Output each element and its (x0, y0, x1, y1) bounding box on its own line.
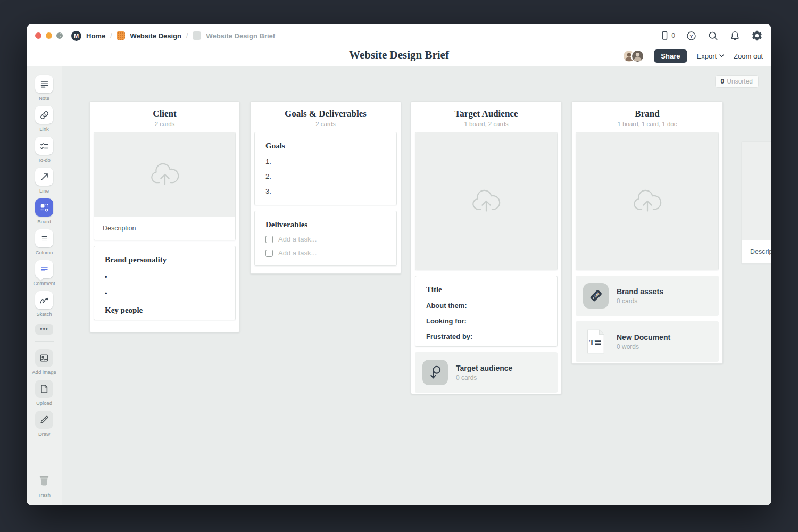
field-label: Looking for: (426, 317, 546, 325)
subboard-title: Target audience (456, 364, 512, 372)
image-card[interactable] (576, 132, 719, 270)
svg-text:T: T (589, 338, 595, 347)
board-subtitle: 2 cards (95, 121, 234, 127)
upload-file-icon (35, 380, 53, 398)
breadcrumb-website-design[interactable]: Website Design (130, 32, 181, 40)
breadcrumb-home[interactable]: Home (86, 32, 105, 40)
avatar[interactable] (631, 49, 644, 63)
tool-column[interactable]: Column (35, 229, 53, 255)
document-new-document[interactable]: T New Document 0 words (576, 321, 719, 362)
note-heading: Goals (265, 142, 386, 151)
tool-link[interactable]: Link (35, 106, 53, 132)
board-title: Brand (577, 109, 717, 119)
tool-add-image[interactable]: Add image (32, 349, 56, 375)
board-icon-website-design[interactable] (117, 31, 125, 40)
arrow-line-icon (35, 168, 53, 186)
tool-sketch[interactable]: Sketch (35, 291, 53, 317)
zoom-out-button[interactable]: Zoom out (734, 52, 763, 60)
board-target-audience[interactable]: Target Audience 1 board, 2 cards Title A… (411, 101, 562, 394)
board-title: Target Audience (417, 109, 556, 119)
notifications-bell-icon[interactable] (729, 30, 741, 41)
board-title: Goals & Deliverables (256, 109, 395, 119)
unsorted-badge[interactable]: 0 Unsorted (715, 75, 759, 88)
field-label: About them: (426, 302, 546, 310)
comment-icon (35, 260, 53, 278)
export-label: Export (697, 52, 717, 60)
minimize-window-button[interactable] (46, 32, 52, 39)
export-button[interactable]: Export (697, 52, 725, 60)
breadcrumb: M Home / Website Design / Website Design… (71, 31, 659, 41)
image-placeholder (576, 132, 718, 270)
trash[interactable]: Trash (36, 472, 52, 498)
tool-comment[interactable]: Comment (33, 260, 55, 286)
board-goals-deliverables[interactable]: Goals & Deliverables 2 cards Goals 1. 2.… (250, 101, 401, 274)
todo-checklist-icon (35, 137, 53, 155)
cloud-upload-icon (148, 162, 181, 187)
tool-board[interactable]: Board (35, 198, 53, 225)
column-icon (35, 229, 53, 247)
task-placeholder[interactable]: Add a task... (278, 249, 317, 257)
numbered-item: 2. (265, 172, 386, 180)
share-button[interactable]: Share (654, 49, 687, 63)
todo-task-row: Add a task... (265, 235, 386, 243)
board-subtitle: 2 cards (256, 121, 395, 127)
more-tools-button[interactable]: ••• (35, 324, 53, 335)
note-card-deliverables[interactable]: Deliverables Add a task... Add a task... (254, 211, 397, 266)
note-heading: Brand personality (105, 255, 225, 264)
subboard-brand-assets[interactable]: NW Brand assets 0 cards (576, 276, 719, 316)
image-placeholder (742, 142, 771, 240)
breadcrumb-website-design-brief[interactable]: Website Design Brief (206, 32, 275, 40)
subboard-meta: 0 cards (617, 297, 663, 305)
tool-line[interactable]: Line (35, 168, 53, 194)
sketch-pen-icon (35, 291, 53, 309)
image-card-partial[interactable]: Description (741, 141, 771, 264)
board-canvas[interactable]: 0 Unsorted Client 2 cards Description Br… (62, 66, 771, 505)
note-card-goals[interactable]: Goals 1. 2. 3. (254, 132, 397, 205)
subboard-meta: 0 cards (456, 374, 512, 381)
document-meta: 0 words (617, 343, 670, 351)
sidebar-divider (35, 341, 54, 342)
tool-draw[interactable]: Draw (35, 411, 53, 437)
board-title: Client (95, 109, 234, 119)
bullet-item: • (105, 273, 225, 281)
titlebar-actions: 0 ? (659, 30, 763, 41)
device-count: 0 (671, 32, 675, 39)
note-card-brand-personality[interactable]: Brand personality • • Key people (94, 246, 236, 320)
search-icon[interactable] (708, 30, 719, 41)
header-toolbar: Website Design Brief Share Export Zoom o… (27, 47, 771, 66)
document-icon: T (583, 329, 609, 354)
settings-gear-icon[interactable] (751, 30, 763, 41)
board-arrow-icon (422, 360, 448, 385)
note-heading: Title (426, 285, 546, 294)
board-client[interactable]: Client 2 cards Description Brand persona… (89, 101, 240, 332)
task-checkbox[interactable] (265, 236, 273, 243)
task-checkbox[interactable] (265, 250, 273, 257)
tool-todo[interactable]: To-do (35, 137, 53, 163)
svg-text:?: ? (690, 33, 693, 39)
note-card-persona[interactable]: Title About them: Looking for: Frustrate… (415, 276, 558, 347)
subboard-target-audience[interactable]: Target audience 0 cards (415, 352, 558, 393)
image-card[interactable]: Description (94, 132, 236, 240)
board-header: Target Audience 1 board, 2 cards (411, 102, 561, 132)
mobile-device-button[interactable]: 0 (659, 30, 675, 41)
add-image-icon (35, 349, 53, 367)
cloud-upload-icon (631, 188, 664, 214)
app-window: M Home / Website Design / Website Design… (27, 24, 771, 505)
board-subtitle: 1 board, 2 cards (417, 121, 556, 127)
close-window-button[interactable] (35, 32, 41, 39)
task-placeholder[interactable]: Add a task... (278, 235, 317, 243)
image-caption: Description (94, 217, 235, 240)
zoom-window-button[interactable] (56, 32, 63, 39)
tools-sidebar: Note Link To-do Line (27, 66, 62, 505)
help-icon[interactable]: ? (686, 30, 697, 41)
tool-note[interactable]: Note (35, 75, 53, 101)
image-card[interactable] (415, 132, 558, 270)
milanote-logo-icon[interactable]: M (71, 31, 81, 41)
window-controls (35, 32, 63, 39)
board-brand[interactable]: Brand 1 board, 1 card, 1 doc NW Brand as… (571, 101, 723, 364)
image-caption: Description (742, 240, 771, 263)
numbered-item: 3. (265, 187, 386, 195)
header-right-actions: Share Export Zoom out (622, 47, 763, 64)
tool-upload[interactable]: Upload (35, 380, 53, 406)
bullet-item: • (105, 289, 225, 297)
